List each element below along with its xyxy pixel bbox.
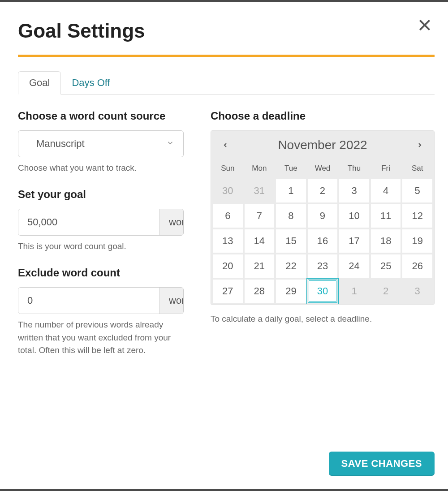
chevron-down-icon	[166, 138, 174, 150]
modal-content: Choose a word count source Manuscript Ch…	[18, 109, 435, 452]
calendar-day[interactable]: 10	[339, 204, 369, 228]
calendar-day[interactable]: 15	[276, 229, 306, 253]
calendar-grid: SunMonTueWedThuFriSat3031123456789101112…	[211, 159, 434, 305]
calendar-day[interactable]: 12	[402, 204, 432, 228]
calendar-day[interactable]: 22	[276, 254, 306, 278]
calendar-day[interactable]: 30	[308, 280, 338, 303]
calendar-day[interactable]: 18	[371, 229, 401, 253]
calendar-day-header: Fri	[371, 161, 401, 177]
calendar-day[interactable]: 5	[402, 179, 432, 202]
calendar-day[interactable]: 26	[402, 254, 432, 278]
goal-input[interactable]	[18, 209, 159, 235]
calendar-day[interactable]: 2	[371, 280, 401, 303]
deadline-help: To calculate a daily goal, select a dead…	[211, 314, 435, 324]
calendar-day[interactable]: 1	[276, 179, 306, 202]
calendar-month-label: November 2022	[278, 138, 367, 152]
calendar-day[interactable]: 25	[371, 254, 401, 278]
calendar-prev-button[interactable]	[222, 142, 229, 149]
calendar-day[interactable]: 31	[245, 179, 275, 202]
word-count-source-value: Manuscript	[36, 138, 85, 150]
calendar-day[interactable]: 8	[276, 204, 306, 228]
goal-label: Set your goal	[18, 187, 184, 202]
calendar-day[interactable]: 19	[402, 229, 432, 253]
exclude-input-wrapper: words	[18, 287, 184, 314]
calendar-day[interactable]: 6	[213, 204, 243, 228]
calendar-day[interactable]: 17	[339, 229, 369, 253]
calendar-day-header: Sun	[213, 161, 243, 177]
calendar-day[interactable]: 13	[213, 229, 243, 253]
calendar-header: November 2022	[211, 131, 434, 159]
goal-settings-modal: Goal Settings Goal Days Off Choose a wor…	[0, 2, 448, 489]
modal-footer: SAVE CHANGES	[18, 452, 435, 476]
exclude-label: Exclude word count	[18, 266, 184, 280]
calendar-day[interactable]: 23	[308, 254, 338, 278]
tab-days-off[interactable]: Days Off	[61, 71, 121, 94]
modal-title: Goal Settings	[18, 20, 435, 42]
calendar-day[interactable]: 28	[245, 280, 275, 303]
calendar-day-header: Tue	[276, 161, 306, 177]
close-icon	[418, 18, 432, 32]
close-button[interactable]	[418, 18, 432, 34]
chevron-right-icon	[416, 142, 423, 149]
word-count-source-select[interactable]: Manuscript	[18, 130, 184, 157]
goal-input-wrapper: words	[18, 209, 184, 236]
calendar-next-button[interactable]	[416, 142, 423, 149]
tab-goal[interactable]: Goal	[18, 71, 61, 95]
goal-group: Set your goal words This is your word co…	[18, 187, 184, 253]
exclude-help: The number of previous words already wri…	[18, 319, 184, 357]
title-divider	[18, 55, 435, 57]
calendar-day[interactable]: 20	[213, 254, 243, 278]
calendar-day[interactable]: 7	[245, 204, 275, 228]
calendar-day[interactable]: 2	[308, 179, 338, 202]
goal-unit: words	[159, 209, 184, 235]
calendar-day[interactable]: 11	[371, 204, 401, 228]
calendar-day[interactable]: 14	[245, 229, 275, 253]
goal-help: This is your word count goal.	[18, 240, 184, 253]
calendar-day[interactable]: 21	[245, 254, 275, 278]
chevron-left-icon	[222, 142, 229, 149]
right-column: Choose a deadline November 2022 SunMonTu…	[211, 109, 435, 452]
calendar-day[interactable]: 3	[402, 280, 432, 303]
exclude-group: Exclude word count words The number of p…	[18, 266, 184, 357]
tabs: Goal Days Off	[18, 71, 435, 95]
word-count-source-label: Choose a word count source	[18, 109, 184, 123]
exclude-input[interactable]	[18, 288, 159, 314]
calendar-day-header: Mon	[245, 161, 275, 177]
exclude-unit: words	[159, 288, 184, 314]
calendar-day[interactable]: 30	[213, 179, 243, 202]
word-count-source-group: Choose a word count source Manuscript Ch…	[18, 109, 184, 175]
deadline-calendar: November 2022 SunMonTueWedThuFriSat30311…	[211, 130, 435, 305]
left-column: Choose a word count source Manuscript Ch…	[18, 109, 184, 452]
calendar-day[interactable]: 3	[339, 179, 369, 202]
calendar-day[interactable]: 29	[276, 280, 306, 303]
calendar-day-header: Wed	[308, 161, 338, 177]
calendar-day[interactable]: 4	[371, 179, 401, 202]
calendar-day[interactable]: 27	[213, 280, 243, 303]
deadline-label: Choose a deadline	[211, 109, 435, 123]
calendar-day-header: Sat	[402, 161, 432, 177]
calendar-day[interactable]: 24	[339, 254, 369, 278]
save-changes-button[interactable]: SAVE CHANGES	[329, 452, 435, 476]
word-count-source-help: Choose what you want to track.	[18, 162, 184, 175]
calendar-day[interactable]: 1	[339, 280, 369, 303]
calendar-day[interactable]: 16	[308, 229, 338, 253]
calendar-day-header: Thu	[339, 161, 369, 177]
calendar-day[interactable]: 9	[308, 204, 338, 228]
